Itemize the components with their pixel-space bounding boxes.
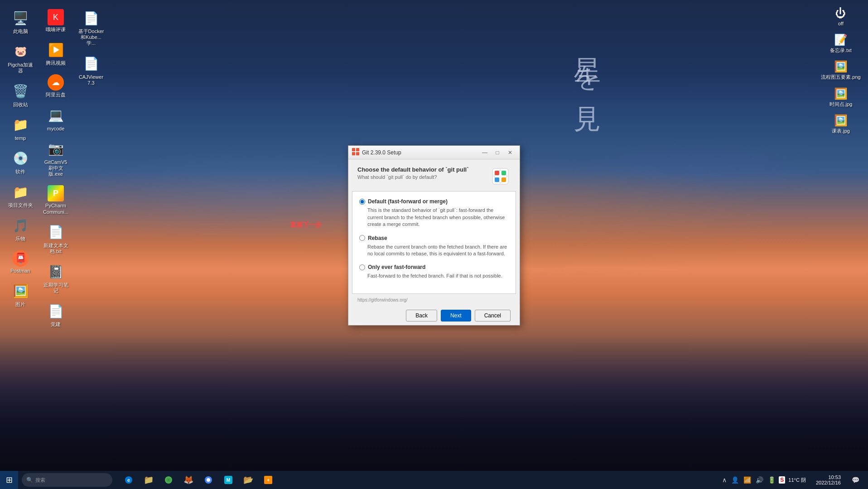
svg-rect-0: [352, 148, 355, 151]
dialog-url: https://gitforwindows.org/: [357, 297, 511, 302]
option-default-label[interactable]: Default (fast-forward or merge): [359, 198, 509, 205]
svg-text:✦: ✦: [266, 478, 270, 483]
minimize-button[interactable]: —: [479, 148, 491, 158]
option-fastforward-title: Only ever fast-forward: [368, 264, 425, 270]
option-group-default: Default (fast-forward or merge) This is …: [359, 198, 509, 228]
cancel-button[interactable]: Cancel: [475, 310, 511, 321]
option-default-radio[interactable]: [359, 199, 365, 205]
option-rebase-title: Rebase: [368, 235, 387, 241]
svg-rect-4: [492, 168, 508, 184]
option-rebase-desc: Rebase the current branch onto the fetch…: [367, 244, 509, 258]
taskbar: ⊞ 🔍 搜索 e 📁 🦊: [0, 471, 868, 489]
system-tray: ∧ 👤 📶 🔊 🔋 S 11°C 阴: [719, 476, 810, 484]
option-default-desc: This is the standard behavior of `git pu…: [367, 207, 509, 228]
svg-point-14: [168, 479, 169, 481]
back-button[interactable]: Back: [406, 310, 437, 321]
dialog-footer: https://gitforwindows.org/: [348, 294, 520, 306]
svg-text:M: M: [227, 478, 230, 483]
close-button[interactable]: ✕: [504, 148, 516, 158]
taskbar-chrome-icon[interactable]: [200, 471, 217, 489]
chevron-up-icon[interactable]: ∧: [721, 476, 728, 484]
option-fastforward-label[interactable]: Only ever fast-forward: [359, 264, 509, 270]
dialog-window-controls: — □ ✕: [479, 148, 516, 158]
git-setup-dialog: Git 2.39.0 Setup — □ ✕ Choose the defaul…: [348, 145, 520, 325]
svg-rect-1: [356, 148, 359, 151]
clock-time: 10:53: [816, 475, 841, 480]
search-icon: 🔍: [26, 477, 33, 483]
network-icon[interactable]: 👤: [730, 476, 740, 484]
svg-rect-7: [502, 171, 506, 175]
taskbar-extra-icon[interactable]: ✦: [260, 471, 276, 489]
next-button[interactable]: Next: [441, 310, 471, 321]
taskbar-explorer-icon[interactable]: 📁: [140, 471, 157, 489]
option-group-rebase: Rebase Rebase the current branch onto th…: [359, 235, 509, 258]
wifi-icon[interactable]: 📶: [742, 476, 752, 484]
taskbar-pinned-icons: e 📁 🦊 M 📂: [116, 471, 281, 489]
start-icon: ⊞: [6, 475, 13, 485]
svg-text:e: e: [127, 477, 130, 483]
option-fastforward-radio[interactable]: [359, 264, 365, 270]
taskbar-microsoftedge-icon[interactable]: M: [220, 471, 236, 489]
option-rebase-label[interactable]: Rebase: [359, 235, 509, 241]
dialog-title: Git 2.39.0 Setup: [362, 149, 476, 156]
taskbar-edge-icon[interactable]: e: [121, 471, 137, 489]
option-fastforward-desc: Fast-forward to the fetched branch. Fail…: [367, 273, 509, 279]
taskbar-search-box[interactable]: 🔍 搜索: [22, 473, 112, 487]
git-logo: [490, 166, 511, 187]
clock-date: 2022/12/16: [816, 480, 841, 485]
svg-point-16: [207, 478, 210, 482]
input-method-icon[interactable]: S: [779, 476, 785, 484]
svg-rect-3: [356, 152, 359, 155]
battery-icon[interactable]: 🔋: [767, 476, 777, 484]
taskbar-start-button[interactable]: ⊞: [0, 471, 18, 489]
svg-rect-8: [495, 177, 499, 182]
notification-button[interactable]: 💬: [847, 471, 863, 489]
dialog-app-icon: [352, 148, 359, 157]
svg-rect-2: [352, 152, 355, 155]
taskbar-folder-icon[interactable]: 📂: [240, 471, 256, 489]
dialog-header: Choose the default behavior of `git pull…: [348, 159, 520, 191]
dialog-titlebar: Git 2.39.0 Setup — □ ✕: [348, 146, 520, 159]
dialog-buttons: Back Next Cancel: [348, 306, 520, 325]
maximize-button[interactable]: □: [492, 148, 503, 158]
dialog-header-text: Choose the default behavior of `git pull…: [357, 166, 469, 180]
svg-rect-6: [495, 171, 499, 175]
dialog-content: Default (fast-forward or merge) This is …: [352, 191, 516, 293]
svg-rect-9: [502, 177, 506, 182]
taskbar-right: ∧ 👤 📶 🔊 🔋 S 11°C 阴 10:53 2022/12/16 💬: [714, 471, 868, 489]
weather-text: 11°C 阴: [787, 477, 807, 484]
option-default-title: Default (fast-forward or merge): [368, 198, 448, 205]
taskbar-browser-icon[interactable]: [160, 471, 177, 489]
dialog-heading: Choose the default behavior of `git pull…: [357, 166, 469, 173]
search-placeholder: 搜索: [35, 477, 45, 484]
taskbar-clock[interactable]: 10:53 2022/12/16: [811, 475, 845, 485]
option-rebase-radio[interactable]: [359, 235, 365, 241]
dialog-overlay: Git 2.39.0 Setup — □ ✕ Choose the defaul…: [0, 0, 868, 471]
volume-icon[interactable]: 🔊: [754, 476, 765, 484]
dialog-subheading: What should `git pull` do by default?: [357, 174, 469, 180]
taskbar-firefox-icon[interactable]: 🦊: [180, 471, 197, 489]
option-group-fastforward: Only ever fast-forward Fast-forward to t…: [359, 264, 509, 279]
